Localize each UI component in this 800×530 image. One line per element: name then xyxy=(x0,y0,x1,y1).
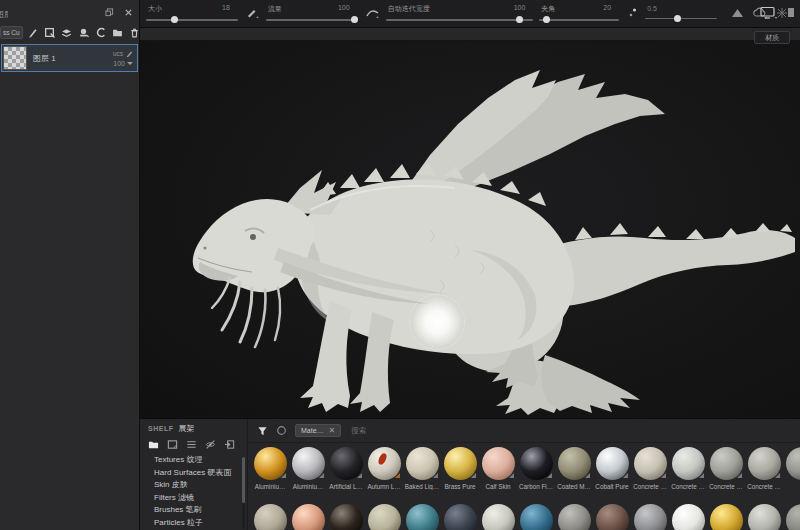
shelf-category-item[interactable]: Textures 纹理 xyxy=(154,454,247,467)
material-sphere xyxy=(254,504,287,530)
brush-toolbar: 大小18 流量100 自动迭代宽度100 夹角20 0.5 xyxy=(140,0,800,28)
material-sphere xyxy=(596,504,629,530)
material-sphere xyxy=(558,504,591,530)
shelf-category-item[interactable]: Filters 滤镜 xyxy=(154,492,247,505)
material-label: Autumn L… xyxy=(365,483,403,490)
display-icon[interactable] xyxy=(760,6,778,20)
dragon-model[interactable] xyxy=(140,28,800,418)
frame-icon[interactable] xyxy=(167,439,178,450)
slider-handle[interactable] xyxy=(171,16,178,23)
shelf-sidebar: SHELF 展架 Textures 纹理Hard Surfaces 硬表面Ski… xyxy=(140,419,248,530)
material-tile[interactable] xyxy=(251,504,289,530)
refresh-icon[interactable] xyxy=(276,425,287,436)
material-sphere xyxy=(292,504,325,530)
shelf-category-item[interactable]: Skin 皮肤 xyxy=(154,479,247,492)
material-sphere xyxy=(520,504,553,530)
material-tile[interactable] xyxy=(555,504,593,530)
material-tile[interactable] xyxy=(669,504,707,530)
material-sphere xyxy=(444,504,477,530)
folder-icon[interactable] xyxy=(112,27,123,38)
material-tile[interactable]: Artificial L… xyxy=(327,447,365,490)
material-tile[interactable] xyxy=(479,504,517,530)
material-tile[interactable]: Concrete … xyxy=(707,447,745,490)
size-slider: 大小18 xyxy=(146,4,238,24)
slider-handle[interactable] xyxy=(674,15,681,22)
folder-icon[interactable] xyxy=(148,439,159,450)
shelf-category-item[interactable]: Particles 粒子 xyxy=(154,517,247,530)
material-tile[interactable]: Calf Skin xyxy=(479,447,517,490)
list-icon[interactable] xyxy=(186,439,197,450)
material-tile[interactable] xyxy=(745,504,783,530)
material-sphere xyxy=(482,504,515,530)
chip-close-icon[interactable]: ✕ xyxy=(329,427,336,434)
material-tile[interactable]: Carbon Fi… xyxy=(517,447,555,490)
slider-handle[interactable] xyxy=(516,16,523,23)
layer-name: 图层 1 xyxy=(33,53,113,64)
material-tile[interactable] xyxy=(327,504,365,530)
material-tile[interactable] xyxy=(289,504,327,530)
shelf-category-list: Textures 纹理Hard Surfaces 硬表面Skin 皮肤Filte… xyxy=(140,454,247,530)
stroke-icon[interactable] xyxy=(366,7,380,19)
import-icon[interactable] xyxy=(224,439,235,450)
material-tile[interactable] xyxy=(783,447,800,490)
layer-edit-icon[interactable] xyxy=(125,50,133,58)
slider-handle[interactable] xyxy=(351,16,358,23)
material-label: Artificial L… xyxy=(327,483,365,490)
material-tile[interactable]: Concrete … xyxy=(745,447,783,490)
material-tile[interactable]: Aluminiu… xyxy=(251,447,289,490)
category-scrollbar[interactable] xyxy=(242,457,245,529)
filter-chip[interactable]: Mate… ✕ xyxy=(295,424,341,437)
material-sphere xyxy=(748,504,781,530)
layers-icon[interactable] xyxy=(61,27,72,38)
material-tile[interactable]: Cobalt Pure xyxy=(593,447,631,490)
material-tile[interactable] xyxy=(593,504,631,530)
brush-preset-dropdown[interactable]: ss Cu xyxy=(0,26,23,39)
float-window-icon[interactable] xyxy=(104,7,115,18)
layer-thumbnail[interactable] xyxy=(3,46,27,70)
marquee-icon[interactable] xyxy=(44,27,55,38)
search-input[interactable]: 搜索 xyxy=(351,426,366,436)
material-tile[interactable] xyxy=(517,504,555,530)
layers-panel: 图层 ss Cu xyxy=(0,0,140,530)
clipped-icon[interactable] xyxy=(786,6,794,20)
material-badge-icon xyxy=(433,473,438,478)
material-tile[interactable] xyxy=(441,504,479,530)
dots-icon[interactable] xyxy=(627,6,639,20)
shelf-category-item[interactable]: Brushes 笔刷 xyxy=(154,504,247,517)
trash-icon[interactable] xyxy=(129,27,140,38)
shelf-category-item[interactable]: Hard Surfaces 硬表面 xyxy=(154,467,247,480)
material-tile[interactable] xyxy=(631,504,669,530)
material-tile[interactable]: Aluminiu… xyxy=(289,447,327,490)
shelf-search-row: Mate… ✕ 搜索 xyxy=(249,419,800,443)
angle-slider: 夹角20 xyxy=(539,4,619,24)
pencil-icon[interactable] xyxy=(246,7,260,19)
close-icon[interactable] xyxy=(123,7,134,18)
flow-slider: 流量100 xyxy=(266,4,358,24)
material-sphere xyxy=(330,504,363,530)
material-tile[interactable]: Coated M… xyxy=(555,447,593,490)
material-tile[interactable] xyxy=(403,504,441,530)
material-tile[interactable] xyxy=(707,504,745,530)
layer-opacity[interactable]: 100 xyxy=(113,60,133,67)
material-sphere xyxy=(786,504,800,530)
stamp-icon[interactable] xyxy=(78,27,89,38)
filter-icon[interactable] xyxy=(257,425,268,436)
material-badge-icon xyxy=(357,473,362,478)
material-tile[interactable] xyxy=(783,504,800,530)
triangle-icon[interactable] xyxy=(731,7,744,19)
material-tile[interactable]: Autumn L… xyxy=(365,447,403,490)
material-tile[interactable] xyxy=(365,504,403,530)
material-tile[interactable]: Baked Lig… xyxy=(403,447,441,490)
slider-handle[interactable] xyxy=(543,16,550,23)
material-tile[interactable]: Brass Pure xyxy=(441,447,479,490)
eye-off-icon[interactable] xyxy=(205,439,216,450)
material-badge-icon xyxy=(585,473,590,478)
material-label: Coated M… xyxy=(555,483,593,490)
layer-row[interactable]: 图层 1 ucs 100 xyxy=(1,44,138,72)
curve-icon[interactable] xyxy=(95,27,106,38)
material-tile[interactable]: Concrete … xyxy=(669,447,707,490)
viewport-3d[interactable]: 材质 xyxy=(140,28,800,418)
material-label: Cobalt Pure xyxy=(593,483,631,490)
pen-icon[interactable] xyxy=(27,27,38,38)
material-tile[interactable]: Concrete … xyxy=(631,447,669,490)
